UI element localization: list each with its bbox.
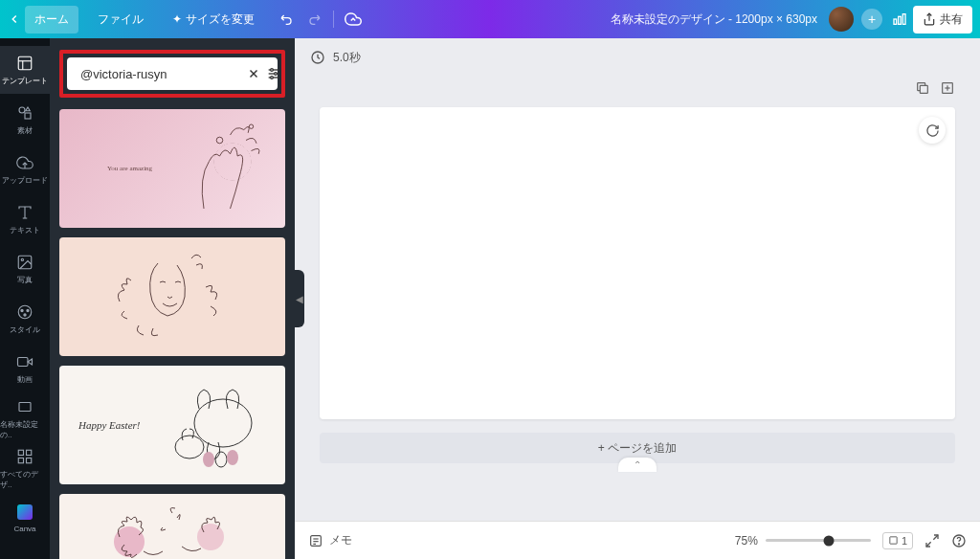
rail-uploads[interactable]: アップロード [0, 145, 50, 193]
svg-point-57 [958, 543, 959, 544]
line-art-hands [172, 114, 278, 219]
svg-point-36 [249, 124, 253, 128]
svg-rect-4 [18, 56, 32, 70]
side-rail: テンプレート 素材 アップロード テキスト 写真 スタイル 動画 名称未設定の [0, 38, 50, 559]
bottom-bar: メモ 75% 1 [295, 521, 980, 559]
duplicate-page-icon[interactable] [915, 80, 930, 100]
template-list: You are amazing Ha [50, 109, 295, 559]
design-title[interactable]: 名称未設定のデザイン - 1200px × 630px [611, 11, 817, 28]
svg-rect-24 [27, 458, 32, 462]
svg-rect-45 [920, 85, 927, 93]
zoom-level[interactable]: 75% [735, 534, 758, 548]
photos-icon [15, 253, 34, 272]
line-art-easter [156, 375, 271, 471]
svg-point-34 [271, 77, 274, 79]
back-chevron-icon[interactable] [8, 12, 21, 26]
home-button[interactable]: ホーム [25, 6, 78, 34]
zoom-slider[interactable] [766, 539, 871, 542]
rail-canva[interactable]: Canva [0, 494, 50, 542]
main-area: テンプレート 素材 アップロード テキスト 写真 スタイル 動画 名称未設定の [0, 38, 980, 559]
svg-rect-20 [19, 402, 31, 411]
svg-point-32 [275, 73, 278, 76]
rail-templates[interactable]: テンプレート [0, 46, 50, 94]
rail-text[interactable]: テキスト [0, 195, 50, 243]
rail-untitled[interactable]: 名称未設定の.. [0, 394, 50, 442]
resize-button[interactable]: ✦サイズを変更 [163, 6, 264, 34]
canva-icon [15, 503, 34, 522]
line-art-peonies [91, 499, 254, 559]
templates-icon [15, 54, 34, 73]
svg-rect-8 [25, 113, 31, 119]
svg-point-15 [21, 309, 23, 311]
template-item[interactable]: You are amazing [59, 109, 285, 228]
svg-point-42 [114, 526, 145, 557]
template-item[interactable]: BELIEVE IN THE MAGIC OF THE SEASON [59, 494, 285, 559]
svg-rect-2 [902, 14, 905, 25]
refresh-icon[interactable] [919, 117, 946, 144]
template-text: Happy Easter! [78, 419, 140, 431]
rail-styles[interactable]: スタイル [0, 295, 50, 343]
duration-label[interactable]: 5.0秒 [333, 50, 361, 66]
canvas-body: + ページを追加 ⌃ [295, 77, 980, 521]
page-count-button[interactable]: 1 [882, 532, 913, 549]
user-avatar[interactable] [829, 7, 854, 32]
filter-icon[interactable] [266, 66, 281, 81]
file-menu-button[interactable]: ファイル [88, 6, 153, 34]
templates-panel: You are amazing Ha [50, 38, 295, 559]
svg-point-41 [227, 450, 238, 465]
text-icon [15, 203, 34, 222]
elements-icon [15, 103, 34, 123]
duration-icon [310, 50, 325, 65]
svg-rect-23 [18, 458, 23, 462]
grid-icon [15, 447, 34, 466]
template-text: You are amazing [107, 165, 152, 172]
svg-line-55 [926, 542, 931, 547]
undo-icon[interactable] [274, 6, 301, 33]
rail-elements[interactable]: 素材 [0, 96, 50, 144]
svg-point-35 [216, 137, 223, 144]
svg-rect-22 [27, 450, 32, 455]
uploads-icon [15, 153, 34, 172]
canvas-page[interactable] [320, 107, 955, 419]
page-pill[interactable]: ⌃ [320, 458, 955, 472]
svg-point-39 [203, 452, 214, 467]
svg-point-13 [21, 258, 23, 260]
search-box [67, 57, 278, 90]
rail-all-designs[interactable]: すべてのデザ.. [0, 444, 50, 492]
clear-search-icon[interactable] [247, 67, 260, 80]
notes-icon [308, 533, 323, 548]
svg-rect-0 [894, 19, 897, 24]
rail-videos[interactable]: 動画 [0, 345, 50, 392]
cloud-save-icon[interactable] [340, 6, 367, 33]
add-page-icon[interactable] [940, 80, 955, 100]
fullscreen-icon[interactable] [924, 533, 940, 548]
rail-photos[interactable]: 写真 [0, 245, 50, 293]
collapse-panel-handle[interactable]: ◀ [295, 270, 304, 327]
redo-icon[interactable] [301, 6, 327, 33]
template-item[interactable] [59, 237, 285, 356]
help-icon[interactable] [951, 533, 967, 548]
top-bar: ホーム ファイル ✦サイズを変更 名称未設定のデザイン - 1200px × 6… [0, 0, 980, 38]
svg-point-43 [197, 524, 224, 550]
template-item[interactable]: Happy Easter! [59, 366, 285, 484]
svg-point-14 [18, 305, 32, 319]
svg-point-17 [24, 314, 26, 316]
svg-point-40 [215, 452, 227, 467]
svg-marker-19 [28, 359, 33, 365]
notes-button[interactable]: メモ [308, 532, 352, 548]
search-input[interactable] [80, 67, 241, 81]
analytics-icon[interactable] [886, 6, 913, 33]
line-art-face-flowers [100, 244, 244, 349]
svg-rect-1 [899, 16, 902, 24]
canvas-area: 5.0秒 + ページを追加 ⌃ メモ 75% [295, 38, 980, 559]
svg-rect-18 [18, 358, 29, 367]
share-button[interactable]: 共有 [913, 6, 972, 34]
svg-point-30 [271, 69, 274, 72]
svg-point-38 [175, 436, 204, 458]
svg-rect-53 [890, 537, 897, 544]
canvas-toolbar: 5.0秒 [295, 38, 980, 77]
svg-rect-21 [18, 450, 23, 455]
videos-icon [15, 352, 34, 371]
page-controls [320, 77, 955, 107]
add-member-button[interactable]: + [861, 9, 882, 30]
